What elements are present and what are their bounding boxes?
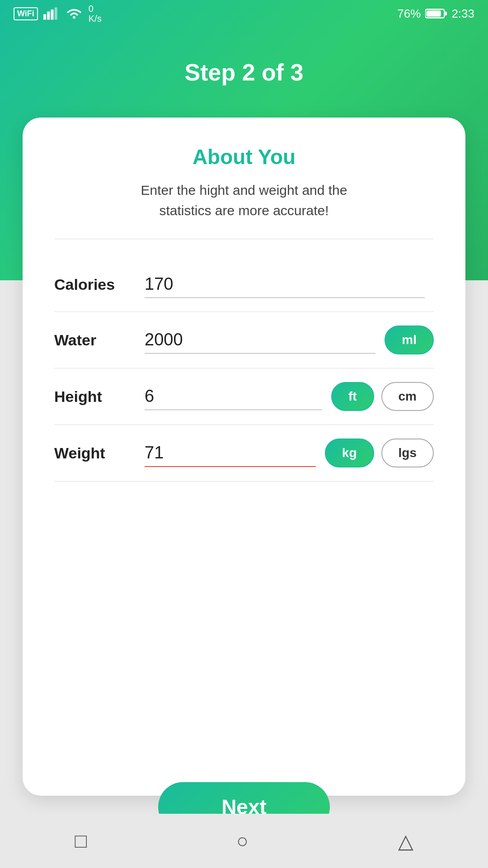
svg-point-4: [73, 16, 75, 19]
weight-input[interactable]: [145, 439, 316, 467]
card-title: About You: [54, 145, 434, 169]
divider-top: [54, 239, 434, 239]
svg-rect-7: [427, 10, 441, 16]
calories-input[interactable]: [145, 271, 425, 298]
height-label: Height: [54, 388, 136, 406]
svg-rect-6: [445, 12, 447, 15]
nav-circle-icon[interactable]: ○: [236, 830, 249, 852]
time: 2:33: [451, 7, 474, 21]
water-input-wrapper: [145, 326, 375, 354]
weight-row: Weight kg lgs: [54, 425, 434, 481]
height-unit-group: ft cm: [331, 382, 434, 411]
battery-percent: 76%: [397, 7, 421, 21]
water-row: Water ml: [54, 312, 434, 368]
height-input[interactable]: [145, 383, 322, 410]
height-unit-cm-button[interactable]: cm: [381, 382, 434, 411]
calories-input-wrapper: [145, 271, 425, 298]
svg-rect-0: [43, 14, 46, 20]
signal-icon: [43, 7, 60, 20]
data-speed: 0K/s: [89, 4, 102, 24]
water-unit-group: ml: [385, 326, 434, 354]
weight-unit-group: kg lgs: [325, 439, 434, 467]
status-bar: WiFi 0K/s 76% 2:33: [0, 0, 488, 27]
card-subtitle: Enter the hight and weight and thestatis…: [54, 180, 434, 221]
water-unit-ml-button[interactable]: ml: [385, 326, 434, 354]
water-input[interactable]: [145, 326, 375, 354]
wifi-icon: [65, 7, 83, 20]
weight-unit-kg-button[interactable]: kg: [325, 439, 374, 467]
weight-label: Weight: [54, 444, 136, 462]
calories-row: Calories: [54, 257, 434, 312]
step-title: Step 2 of 3: [0, 59, 488, 86]
form-card: About You Enter the hight and weight and…: [23, 118, 465, 796]
weight-unit-lgs-button[interactable]: lgs: [381, 439, 434, 467]
water-label: Water: [54, 331, 136, 349]
wifi-label: WiFi: [14, 7, 38, 20]
bottom-nav: □ ○ △: [0, 814, 488, 868]
height-row: Height ft cm: [54, 368, 434, 425]
svg-rect-3: [55, 8, 57, 20]
status-right: 76% 2:33: [397, 7, 474, 21]
height-input-wrapper: [145, 383, 322, 410]
status-left: WiFi 0K/s: [14, 4, 102, 24]
height-unit-ft-button[interactable]: ft: [331, 382, 374, 411]
calories-label: Calories: [54, 276, 136, 293]
nav-triangle-icon[interactable]: △: [398, 830, 413, 853]
svg-rect-1: [47, 12, 50, 20]
svg-rect-2: [51, 9, 53, 20]
battery-icon: [425, 8, 447, 19]
nav-square-icon[interactable]: □: [75, 830, 87, 852]
weight-input-wrapper: [145, 439, 316, 467]
